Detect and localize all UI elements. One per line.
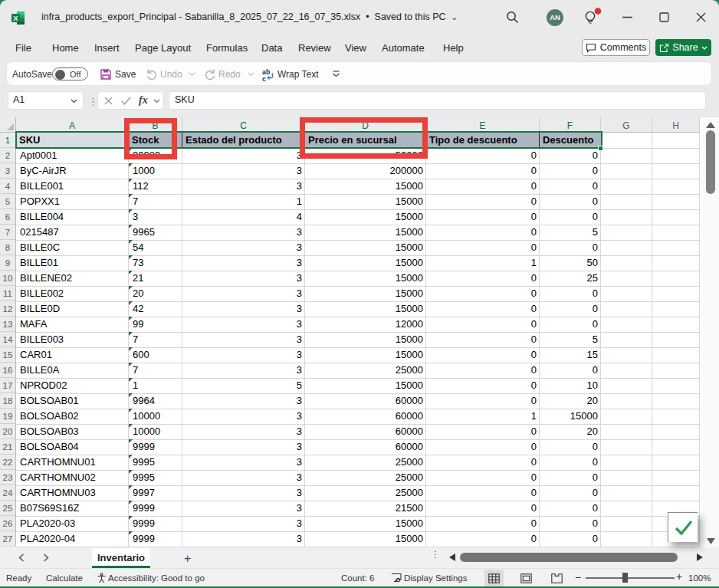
- svg-text:c: c: [262, 75, 266, 82]
- svg-text:X: X: [13, 14, 18, 22]
